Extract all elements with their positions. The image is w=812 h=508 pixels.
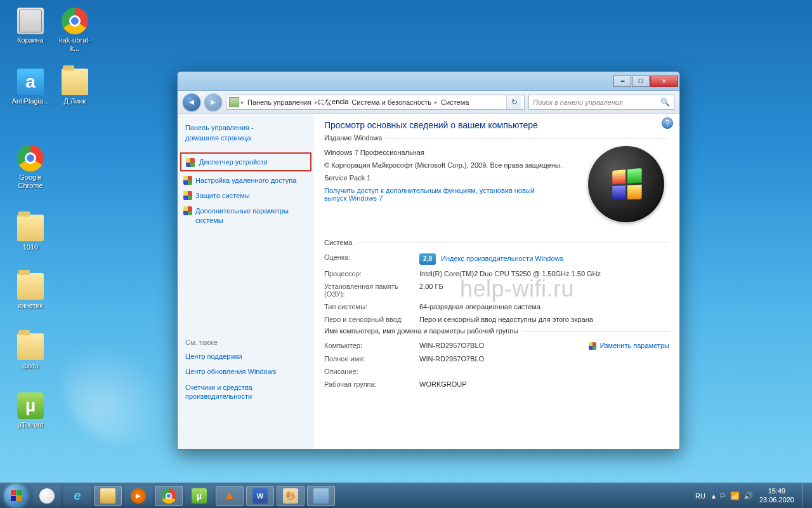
taskbar-paint-button[interactable] bbox=[277, 486, 304, 506]
rating-row: Оценка: 2,8 Индекс производительности Wi… bbox=[324, 251, 669, 267]
utorrent-icon: µ bbox=[17, 392, 44, 419]
shield-icon bbox=[186, 158, 195, 167]
yandex-icon bbox=[39, 488, 55, 504]
maximize-button[interactable]: ☐ bbox=[632, 76, 650, 87]
sidebar-remote-link[interactable]: Настройка удаленного доступа bbox=[178, 173, 314, 188]
taskbar: e ▶ µ ▲ W RU ▴ ⚐ 📶 🔊 15:49 23.06.2020 bbox=[0, 483, 812, 508]
folder-icon bbox=[62, 69, 88, 95]
sidebar-home-link[interactable]: домашняя страница bbox=[178, 133, 314, 145]
tray-up-icon[interactable]: ▴ bbox=[712, 491, 716, 500]
desktop-icon-google-chrome[interactable]: Google Chrome bbox=[11, 145, 49, 190]
search-input[interactable]: Поиск в панели управления 🔍 bbox=[528, 95, 674, 110]
search-placeholder: Поиск в панели управления bbox=[533, 98, 623, 106]
label: Полное имя: bbox=[324, 355, 419, 363]
language-indicator[interactable]: RU bbox=[695, 492, 705, 500]
rating-badge: 2,8 bbox=[419, 253, 436, 265]
breadcrumb[interactable]: ▸ Панель управления ▸ になenciaСистема и б… bbox=[226, 95, 525, 110]
taskbar-ie-button[interactable]: e bbox=[63, 486, 91, 506]
sidebar-device-manager-link[interactable]: Диспетчер устройств bbox=[180, 152, 311, 171]
pen-touch-row: Перо и сенсорный ввод: Перо и сенсорный … bbox=[324, 313, 669, 326]
sidebar-action-center-link[interactable]: Центр поддержки bbox=[178, 349, 314, 364]
computer-icon bbox=[229, 97, 239, 107]
volume-icon[interactable]: 🔊 bbox=[743, 491, 753, 500]
nav-back-button[interactable]: ◄ bbox=[183, 93, 200, 111]
taskbar-word-button[interactable]: W bbox=[246, 486, 274, 506]
cpu-row: Процессор: Intel(R) Core(TM)2 Duo CPU T5… bbox=[324, 267, 669, 280]
taskbar-vlc-button[interactable]: ▲ bbox=[216, 486, 244, 506]
folder-icon bbox=[17, 333, 44, 360]
search-icon[interactable]: 🔍 bbox=[660, 98, 670, 107]
system-type-row: Тип системы: 64-разрядная операционная с… bbox=[324, 300, 669, 313]
sidebar-windows-update-link[interactable]: Центр обновления Windows bbox=[178, 364, 314, 379]
desktop-icon-folder-kinetik[interactable]: кинетик bbox=[11, 273, 49, 310]
label: Рабочая группа: bbox=[324, 380, 419, 388]
computer-name-group: Имя компьютера, имя домена и параметры р… bbox=[324, 331, 669, 391]
breadcrumb-segment[interactable]: Система и безопасность bbox=[348, 98, 435, 106]
taskbar-yandex-button[interactable] bbox=[33, 486, 61, 506]
breadcrumb-segment[interactable]: Панель управления bbox=[244, 98, 315, 106]
chevron-right-icon: ▸ bbox=[315, 99, 318, 105]
windows-logo bbox=[588, 146, 664, 222]
desktop-icon-folder-1010[interactable]: 1010 bbox=[11, 215, 49, 251]
shield-icon bbox=[183, 206, 192, 215]
desktop-icon-folder-dlink[interactable]: Д Линк bbox=[56, 69, 94, 105]
navigation-bar: ◄ ► ▸ Панель управления ▸ になenciaСистема… bbox=[178, 91, 679, 114]
desktop-icon-recycle-bin[interactable]: Корзина bbox=[11, 8, 49, 44]
control-panel-icon bbox=[313, 488, 329, 504]
tray-icons[interactable]: ▴ ⚐ 📶 🔊 bbox=[712, 491, 753, 500]
description-row: Описание: bbox=[324, 365, 669, 378]
desktop-icon-folder-photo[interactable]: фото bbox=[11, 333, 49, 370]
taskbar-control-panel-button[interactable] bbox=[307, 486, 335, 506]
sidebar-see-also-title: См. также bbox=[178, 336, 314, 349]
icon-label: µTorrent bbox=[11, 421, 49, 429]
chrome-icon bbox=[17, 145, 44, 171]
show-desktop-button[interactable] bbox=[802, 483, 808, 509]
upgrade-link[interactable]: Получить доступ к дополнительным функция… bbox=[324, 184, 553, 204]
value: WORKGROUP bbox=[419, 380, 669, 388]
taskbar-wmp-button[interactable]: ▶ bbox=[124, 486, 152, 506]
icon-label: Корзина bbox=[11, 36, 49, 44]
content-pane: ? Просмотр основных сведений о вашем ком… bbox=[314, 114, 679, 449]
sidebar-protection-link[interactable]: Защита системы bbox=[178, 188, 314, 203]
label: Установленная память (ОЗУ): bbox=[324, 283, 419, 298]
icon-label: кинетик bbox=[11, 302, 49, 310]
group-title: Имя компьютера, имя домена и параметры р… bbox=[324, 327, 522, 335]
full-name-row: Полное имя: WIN-RD2957O7BLO bbox=[324, 352, 669, 365]
taskbar-explorer-button[interactable] bbox=[94, 486, 122, 506]
flag-icon[interactable]: ⚐ bbox=[719, 491, 726, 500]
folder-icon bbox=[17, 215, 44, 241]
label: Процессор: bbox=[324, 270, 419, 277]
desktop-icon-antiplagiat[interactable]: a AntiPlagia... bbox=[11, 69, 49, 105]
icon-label: Д Линк bbox=[56, 97, 94, 105]
ie-icon: e bbox=[70, 488, 85, 504]
change-settings-link[interactable]: Изменить параметры bbox=[589, 342, 669, 350]
sidebar-advanced-link[interactable]: Дополнительные параметры системы bbox=[178, 203, 314, 228]
window-buttons: ━ ☐ ✕ bbox=[613, 76, 678, 87]
breadcrumb-segment[interactable]: Система bbox=[438, 98, 472, 106]
network-icon[interactable]: 📶 bbox=[730, 491, 740, 500]
vlc-icon: ▲ bbox=[222, 488, 237, 504]
titlebar[interactable]: ━ ☐ ✕ bbox=[178, 72, 679, 91]
desktop-icon-chrome-shortcut[interactable]: kak-ubrat-k... bbox=[56, 8, 94, 53]
refresh-button[interactable]: ↻ bbox=[506, 95, 521, 109]
clock[interactable]: 15:49 23.06.2020 bbox=[759, 487, 794, 505]
icon-label: фото bbox=[11, 362, 49, 370]
performance-index-link[interactable]: Индекс производительности Windows bbox=[441, 255, 563, 262]
icon-label: Google Chrome bbox=[11, 173, 49, 190]
desktop-icon-utorrent[interactable]: µ µTorrent bbox=[11, 392, 49, 429]
folder-icon bbox=[17, 273, 44, 300]
windows-flag-icon bbox=[11, 490, 22, 501]
workgroup-row: Рабочая группа: WORKGROUP bbox=[324, 378, 669, 391]
taskbar-utorrent-button[interactable]: µ bbox=[185, 486, 213, 506]
close-button[interactable]: ✕ bbox=[650, 76, 678, 87]
start-button[interactable] bbox=[4, 484, 28, 508]
help-icon[interactable]: ? bbox=[662, 117, 673, 129]
sidebar-home-link[interactable]: Панель управления - bbox=[178, 120, 314, 133]
icon-label: 1010 bbox=[11, 243, 49, 251]
sidebar-performance-link[interactable]: Счетчики и средства производительности bbox=[178, 380, 314, 404]
sidebar: Панель управления - домашняя страница Ди… bbox=[178, 114, 314, 449]
minimize-button[interactable]: ━ bbox=[613, 76, 631, 87]
value: WIN-RD2957O7BLO bbox=[419, 355, 669, 363]
nav-forward-button[interactable]: ► bbox=[204, 93, 222, 111]
taskbar-chrome-button[interactable] bbox=[155, 486, 183, 506]
